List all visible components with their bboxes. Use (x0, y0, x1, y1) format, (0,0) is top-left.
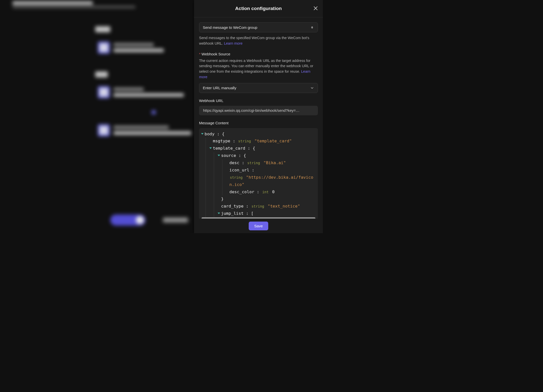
action-select-value: Send message to WeCom group (203, 25, 257, 30)
chevron-down-icon (310, 86, 314, 90)
action-select[interactable]: Send message to WeCom group (199, 22, 318, 32)
panel-title: Action configuration (235, 6, 282, 11)
caret-icon[interactable] (209, 147, 212, 149)
webhook-url-label: Webhook URL (199, 99, 318, 103)
webhook-source-description: The current action requires a Webhook UR… (199, 58, 318, 80)
learn-more-link[interactable]: Learn more (224, 41, 242, 45)
message-content-editor[interactable]: body : { msgtype : string "template_card… (199, 128, 318, 219)
panel-body: Send message to WeCom group Send message… (194, 17, 323, 219)
required-asterisk: * (199, 52, 201, 56)
webhook-source-value: Enter URL manually (203, 86, 236, 90)
webhook-url-input[interactable] (199, 106, 318, 115)
save-button[interactable]: Save (249, 222, 268, 230)
action-description: Send messages to the specified WeCom gro… (199, 35, 318, 46)
close-icon[interactable] (313, 6, 318, 11)
panel-header: Action configuration (194, 0, 323, 17)
chevron-updown-icon (310, 26, 314, 29)
caret-icon[interactable] (201, 133, 204, 135)
caret-icon[interactable] (218, 213, 220, 214)
webhook-source-label: *Webhook Source (199, 52, 318, 56)
message-content-label: Message Content (199, 121, 318, 125)
webhook-url-field[interactable] (203, 108, 314, 113)
caret-icon[interactable] (218, 155, 220, 156)
action-configuration-panel: Action configuration Send message to WeC… (194, 0, 323, 233)
panel-footer: Save (194, 219, 323, 233)
webhook-source-select[interactable]: Enter URL manually (199, 83, 318, 93)
